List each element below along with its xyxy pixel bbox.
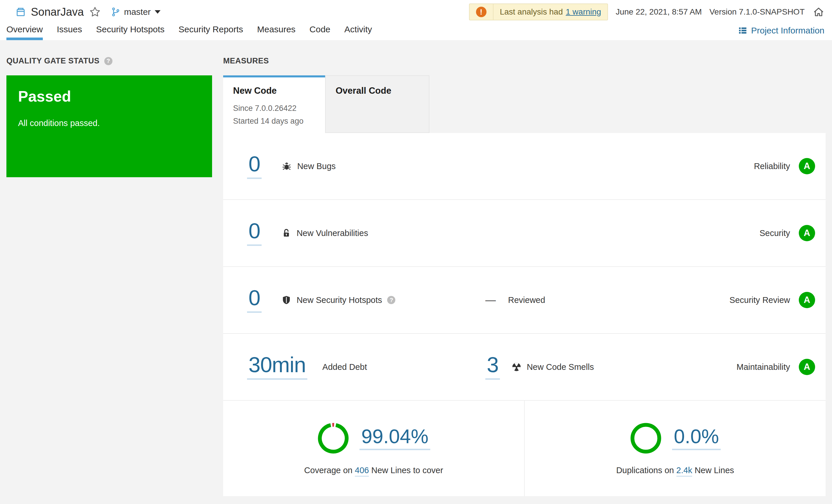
reliability-label: Reliability <box>754 162 790 171</box>
duplications-ring-icon <box>629 422 662 454</box>
quality-gate-panel: Passed All conditions passed. <box>6 75 212 496</box>
new-code-since: Since 7.0.0.26422 <box>233 102 325 115</box>
tab-measures[interactable]: Measures <box>257 24 296 40</box>
tab-security-hotspots[interactable]: Security Hotspots <box>96 24 164 40</box>
project-icon <box>15 6 26 18</box>
new-vulnerabilities-count-link[interactable]: 0 <box>247 220 262 246</box>
security-review-label: Security Review <box>729 296 790 305</box>
help-icon[interactable]: ? <box>387 296 395 304</box>
tab-code[interactable]: Code <box>309 24 330 40</box>
analysis-warning-banner: ! Last analysis had 1 warning <box>469 3 608 20</box>
coverage-duplications-section: 99.04% Coverage on 406 New Lines to cove… <box>223 401 826 496</box>
new-code-tab-label: New Code <box>233 86 325 96</box>
duplications-lines-link[interactable]: 2.4k <box>676 466 693 477</box>
new-bugs-label: New Bugs <box>297 162 336 171</box>
tab-new-code[interactable]: New Code Since 7.0.0.26422 Started 14 da… <box>223 75 325 133</box>
maintainability-rating-badge[interactable]: A <box>799 359 815 375</box>
warning-icon: ! <box>476 7 487 17</box>
branch-icon <box>111 7 121 17</box>
measures-heading: MEASURES <box>223 56 269 65</box>
measure-row-maintainability: 30min Added Debt 3 <box>223 334 826 401</box>
lock-icon <box>281 228 291 238</box>
new-security-hotspots-count-link[interactable]: 0 <box>247 287 262 313</box>
new-bugs-count-link[interactable]: 0 <box>247 153 262 179</box>
quality-gate-heading: QUALITY GATE STATUS <box>6 56 100 65</box>
measure-row-hotspots: 0 New Security Hotspots ? — Reviewed <box>223 267 826 334</box>
coverage-caption-suffix: New Lines to cover <box>371 466 443 475</box>
duplications-caption-suffix: New Lines <box>695 466 734 475</box>
reviewed-label: Reviewed <box>508 296 545 305</box>
new-code-smells-label: New Code Smells <box>527 362 594 372</box>
project-information-button[interactable]: Project Information <box>738 26 825 40</box>
coverage-caption: Coverage on 406 New Lines to cover <box>304 466 443 475</box>
coverage-lines-link[interactable]: 406 <box>355 466 369 477</box>
quality-gate-status: Passed <box>18 88 201 105</box>
warning-text: Last analysis had <box>500 7 563 17</box>
coverage-caption-prefix: Coverage on <box>304 466 353 475</box>
tab-overall-code[interactable]: Overall Code <box>325 75 430 133</box>
home-icon[interactable] <box>813 6 825 18</box>
coverage-metric: 99.04% Coverage on 406 New Lines to cove… <box>223 401 525 496</box>
warning-icon-cell: ! <box>470 4 493 20</box>
project-nav: Overview Issues Security Hotspots Securi… <box>0 22 832 40</box>
duplications-percent-link[interactable]: 0.0% <box>672 426 721 450</box>
security-rating-badge[interactable]: A <box>799 225 815 241</box>
tab-issues[interactable]: Issues <box>57 24 82 40</box>
new-security-hotspots-label: New Security Hotspots <box>296 296 382 305</box>
analysis-date: June 22, 2021, 8:57 AM <box>616 7 702 17</box>
warning-count-link[interactable]: 1 warning <box>566 7 601 17</box>
maintainability-label: Maintainability <box>736 362 790 372</box>
bug-icon <box>281 161 292 171</box>
quality-gate-description: All conditions passed. <box>18 118 201 128</box>
security-review-rating-badge[interactable]: A <box>799 292 815 308</box>
new-code-smells-count-link[interactable]: 3 <box>485 354 500 380</box>
version-label: Version 7.1.0-SNAPSHOT <box>709 7 805 17</box>
project-information-label: Project Information <box>751 26 825 35</box>
branch-selector[interactable]: master <box>124 7 151 17</box>
shield-icon <box>281 295 291 305</box>
tab-activity[interactable]: Activity <box>344 24 372 40</box>
security-label: Security <box>759 228 790 238</box>
measures-panel: New Code Since 7.0.0.26422 Started 14 da… <box>223 75 826 496</box>
new-code-started: Started 14 days ago <box>233 115 325 128</box>
code-smell-icon <box>512 362 521 372</box>
chevron-down-icon[interactable] <box>155 10 160 14</box>
page-content: QUALITY GATE STATUS ? MEASURES Passed Al… <box>0 56 832 496</box>
favorite-star-icon[interactable] <box>89 6 101 18</box>
tab-security-reports[interactable]: Security Reports <box>179 24 243 40</box>
reliability-rating-badge[interactable]: A <box>799 158 815 174</box>
page-header: SonarJava master ! Last analysis had <box>0 0 832 40</box>
tab-overview[interactable]: Overview <box>6 24 43 40</box>
duplications-metric: 0.0% Duplications on 2.4k New Lines <box>525 401 826 496</box>
added-debt-label: Added Debt <box>322 362 367 372</box>
reviewed-value: — <box>485 294 496 306</box>
duplications-caption: Duplications on 2.4k New Lines <box>616 466 734 475</box>
measure-row-bugs: 0 <box>223 133 826 200</box>
new-vulnerabilities-label: New Vulnerabilities <box>296 228 368 238</box>
help-icon[interactable]: ? <box>104 57 112 65</box>
coverage-ring-icon <box>317 422 349 454</box>
header-top-row: SonarJava master ! Last analysis had <box>0 0 832 22</box>
quality-gate-status-box: Passed All conditions passed. <box>6 75 212 177</box>
duplications-caption-prefix: Duplications on <box>616 466 674 475</box>
measure-row-vulnerabilities: 0 New Vulnerabilities <box>223 200 826 267</box>
coverage-percent-link[interactable]: 99.04% <box>360 426 430 450</box>
measures-body: 0 <box>223 133 826 496</box>
added-debt-link[interactable]: 30min <box>247 354 307 380</box>
overall-code-tab-label: Overall Code <box>336 86 429 96</box>
page-title: SonarJava <box>31 6 84 18</box>
list-icon <box>738 26 747 35</box>
